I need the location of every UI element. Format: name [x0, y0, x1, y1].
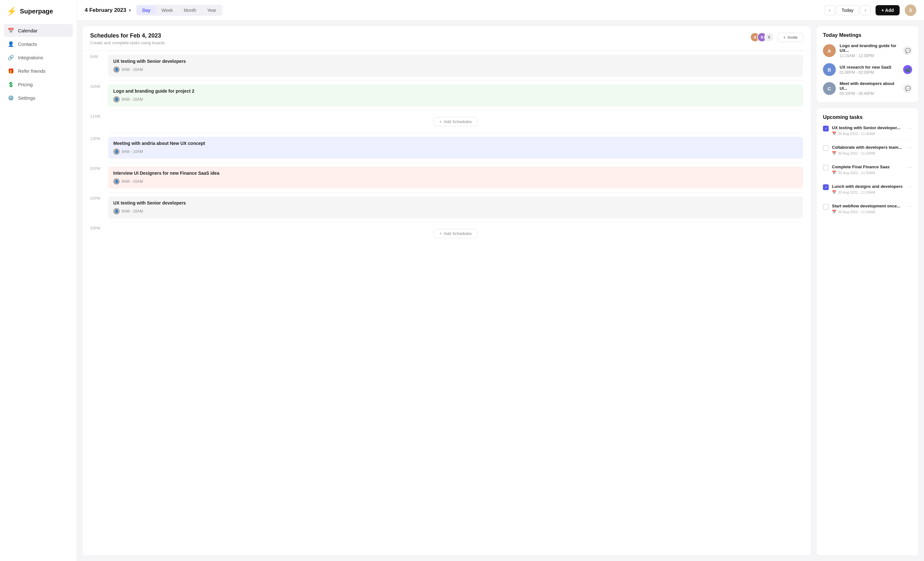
- task-checkbox-3[interactable]: [823, 165, 829, 171]
- event-logo-branding[interactable]: Logo and branding guide for project 2 👤 …: [108, 85, 803, 106]
- add-schedule-label: Add Schedules: [444, 119, 472, 124]
- sidebar-item-settings[interactable]: ⚙️ Settings: [4, 91, 73, 104]
- tab-week[interactable]: Week: [156, 6, 178, 15]
- task-checkbox-2[interactable]: [823, 145, 829, 151]
- time-content-12pm: Meeting with andria about New UX concept…: [108, 133, 803, 163]
- sidebar-label-contacts: Contacts: [18, 41, 37, 47]
- event-time: 👤 9AM - 10AM: [113, 148, 798, 155]
- event-time: 👤 9AM - 10AM: [113, 66, 798, 73]
- time-slot-9am: 9AM UX testing with Senior developers 👤 …: [82, 51, 811, 81]
- task-item-1: ✓ UX testing with Senior developer... 📅 …: [823, 125, 912, 136]
- time-content-1pm: Interview UI Designers for new Finance S…: [108, 163, 803, 192]
- task-item-5: Start webflow development once... 📅 30 A…: [823, 203, 912, 214]
- calendar-icon-t5: 📅: [832, 209, 836, 214]
- calendar-icon-t1: 📅: [832, 132, 836, 136]
- event-avatar: 👤: [113, 178, 120, 185]
- schedule-subtitle: Create and complete tasks using boards: [90, 40, 165, 45]
- task-info-4: Lunch with designs and developers 📅 30 A…: [832, 184, 904, 194]
- time-content-10am: Logo and branding guide for project 2 👤 …: [108, 81, 803, 110]
- sidebar-item-calendar[interactable]: 📅 Calendar: [4, 24, 73, 37]
- schedule-body: 9AM UX testing with Senior developers 👤 …: [82, 51, 811, 555]
- event-avatar: 👤: [113, 96, 120, 103]
- invite-label: Invite: [788, 35, 798, 40]
- tab-year[interactable]: Year: [202, 6, 221, 15]
- time-content-9am: UX testing with Senior developers 👤 9AM …: [108, 51, 803, 81]
- event-ux-testing-1[interactable]: UX testing with Senior developers 👤 9AM …: [108, 55, 803, 76]
- event-time: 👤 9AM - 10AM: [113, 96, 798, 103]
- task-divider-1: [832, 140, 912, 141]
- user-avatar[interactable]: S: [905, 4, 916, 16]
- nav-arrows: ‹ Today ›: [825, 5, 870, 15]
- content-area: Schedules for Feb 4, 2023 Create and com…: [77, 21, 924, 561]
- time-slot-1pm: 01PM Interview UI Designers for new Fina…: [82, 163, 811, 192]
- meeting-icon-2: 📹: [903, 65, 912, 74]
- task-name-3: Complete Final Finance Saas: [832, 165, 904, 169]
- task-more-2[interactable]: ···: [907, 145, 912, 151]
- time-slot-2pm: 02PM UX testing with Senior developers 👤…: [82, 192, 811, 222]
- calendar-icon-t3: 📅: [832, 171, 836, 175]
- time-slot-10am: 10AM Logo and branding guide for project…: [82, 81, 811, 110]
- add-schedule-button-11am[interactable]: + Add Schedules: [434, 117, 477, 126]
- task-more-3[interactable]: ···: [907, 165, 912, 170]
- task-more-4[interactable]: ···: [907, 184, 912, 190]
- app-logo[interactable]: ⚡ Superpage: [0, 6, 76, 24]
- date-selector[interactable]: 4 February 2023 ▾: [85, 7, 131, 13]
- task-more-1[interactable]: ···: [907, 125, 912, 131]
- logo-icon: ⚡: [6, 6, 16, 16]
- sidebar-label-integrations: Integrations: [18, 55, 43, 60]
- integrations-icon: 🔗: [8, 54, 14, 61]
- meeting-info-3: Meet with developers about UI... 05:10PM…: [840, 81, 899, 96]
- tab-day[interactable]: Day: [137, 6, 156, 15]
- task-info-3: Complete Final Finance Saas 📅 30 Aug 202…: [832, 165, 904, 175]
- event-meeting-andria[interactable]: Meeting with andria about New UX concept…: [108, 137, 803, 159]
- invite-button[interactable]: + Invite: [778, 33, 803, 42]
- task-checkbox-5[interactable]: [823, 204, 829, 209]
- task-checkbox-4[interactable]: ✓: [823, 184, 829, 190]
- add-button-label: + Add: [881, 8, 894, 13]
- attendee-avatars: A B 5: [750, 32, 774, 42]
- today-meetings-title: Today Meetings: [823, 32, 912, 38]
- add-schedule-row-11am: + Add Schedules: [108, 114, 803, 129]
- task-name-5: Start webflow development once...: [832, 203, 904, 208]
- current-date: 4 February 2023: [85, 7, 126, 13]
- task-date-3: 📅 30 Aug 2022 - 11:30AM: [832, 171, 904, 175]
- task-divider-2: [832, 160, 912, 160]
- add-schedule-button-3pm[interactable]: + Add Schedules: [434, 229, 477, 238]
- meeting-item-2: B UX research for new SaaS 01:00PM - 02:…: [823, 63, 912, 76]
- schedule-header-right: A B 5 + Invite: [750, 32, 803, 42]
- sidebar-label-pricing: Pricing: [18, 82, 33, 87]
- app-name: Superpage: [20, 8, 53, 15]
- prev-arrow[interactable]: ‹: [825, 5, 835, 15]
- meeting-icon-1: 💬: [903, 46, 912, 55]
- add-button[interactable]: + Add: [876, 5, 900, 15]
- meeting-item-1: A Logo and branding guide for UX... 11:1…: [823, 43, 912, 58]
- event-ux-testing-2[interactable]: UX testing with Senior developers 👤 9AM …: [108, 196, 803, 218]
- pricing-icon: 💲: [8, 81, 14, 88]
- event-title: UX testing with Senior developers: [113, 200, 798, 205]
- tab-month[interactable]: Month: [179, 6, 201, 15]
- task-more-5[interactable]: ···: [907, 203, 912, 209]
- calendar-icon-t4: 📅: [832, 190, 836, 194]
- task-checkbox-1[interactable]: ✓: [823, 126, 829, 132]
- meeting-avatar-2: B: [823, 63, 836, 76]
- sidebar-item-contacts[interactable]: 👤 Contacts: [4, 37, 73, 50]
- sidebar-item-integrations[interactable]: 🔗 Integrations: [4, 51, 73, 64]
- task-info-5: Start webflow development once... 📅 30 A…: [832, 203, 904, 214]
- event-interview-ui[interactable]: Interview UI Designers for new Finance S…: [108, 167, 803, 188]
- event-title: Meeting with andria about New UX concept: [113, 141, 798, 146]
- next-arrow[interactable]: ›: [860, 5, 870, 15]
- add-schedule-label: Add Schedules: [444, 231, 472, 236]
- task-info-2: Collaborate with developers team... 📅 30…: [832, 145, 904, 155]
- task-name-1: UX testing with Senior developer...: [832, 125, 904, 130]
- sidebar: ⚡ Superpage 📅 Calendar 👤 Contacts 🔗 Inte…: [0, 0, 77, 561]
- calendar-icon-t2: 📅: [832, 151, 836, 155]
- event-avatar: 👤: [113, 148, 120, 155]
- today-button[interactable]: Today: [836, 5, 859, 15]
- time-slot-3pm: 03PM + Add Schedules: [82, 222, 811, 245]
- meeting-time-1: 11:15AM - 12:30PM: [840, 54, 899, 58]
- sidebar-item-refer[interactable]: 🎁 Refer friends: [4, 64, 73, 77]
- task-date-5: 📅 30 Aug 2022 - 11:30AM: [832, 209, 904, 214]
- sidebar-item-pricing[interactable]: 💲 Pricing: [4, 78, 73, 91]
- meeting-item-3: C Meet with developers about UI... 05:10…: [823, 81, 912, 96]
- task-name-2: Collaborate with developers team...: [832, 145, 904, 150]
